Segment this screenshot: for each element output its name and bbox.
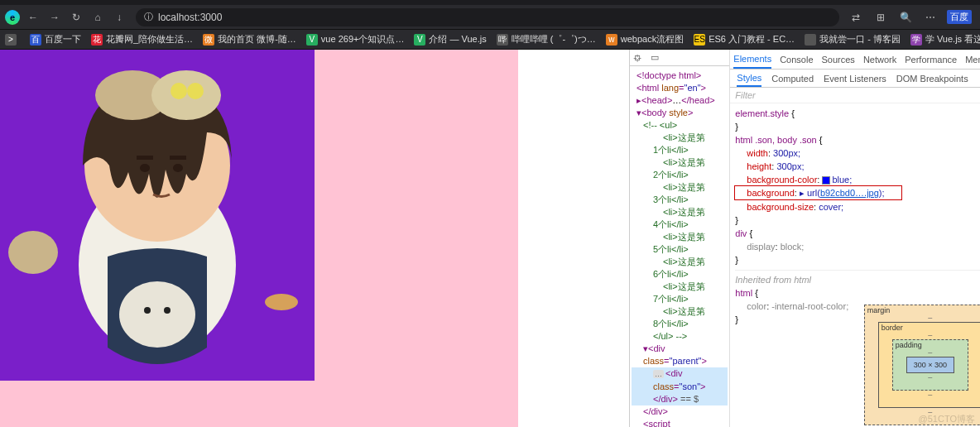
devtools-tab-network[interactable]: Network: [863, 55, 896, 65]
back-button[interactable]: ←: [25, 9, 41, 26]
devtools-styles-column: ElementsConsoleSourcesNetworkPerformance…: [730, 50, 980, 427]
extension-icon[interactable]: ⊞: [872, 9, 889, 26]
page-white-strip: [518, 50, 629, 427]
bookmark-icon: V: [306, 34, 318, 46]
url-text: localhost:3000: [158, 12, 222, 23]
svg-point-9: [171, 83, 187, 99]
svg-point-14: [8, 231, 58, 274]
svg-point-13: [164, 307, 171, 314]
bookmark-label: 我的首页 微博-随…: [218, 33, 296, 46]
bookmark-icon: [805, 34, 816, 46]
bookmark-item[interactable]: 百百度一下: [30, 33, 81, 46]
bookmark-icon: 微: [203, 34, 214, 46]
bookmark-item[interactable]: 我就尝一口 - 博客园: [805, 33, 901, 46]
box-model: margin– border– padding– 300 × 300 – – –: [864, 305, 980, 425]
bookmark-item[interactable]: >: [5, 34, 20, 46]
svg-point-10: [187, 83, 204, 99]
devtools-tab-row: ElementsConsoleSourcesNetworkPerformance…: [730, 50, 980, 70]
bookmark-item[interactable]: Vvue 269+个知识点…: [306, 33, 405, 46]
bookmark-label: ES6 入门教程 - EC…: [709, 33, 795, 46]
bookmark-icon: 学: [910, 34, 922, 46]
inspect-icon[interactable]: ⯐: [633, 53, 642, 63]
bookmark-icon: V: [414, 34, 425, 46]
svg-point-5: [140, 164, 150, 172]
son-div: [0, 50, 248, 298]
dom-tree[interactable]: <!doctype html><html lang="en">▸<head>…<…: [630, 66, 729, 427]
viewport: ⯐ ▭ <!doctype html><html lang="en">▸<hea…: [0, 50, 980, 427]
devtools-panel: ⯐ ▭ <!doctype html><html lang="en">▸<hea…: [629, 50, 980, 427]
svg-point-12: [144, 307, 151, 314]
bookmark-icon: 哔: [497, 34, 508, 46]
bookmark-label: vue 269+个知识点…: [321, 33, 405, 46]
illustration: [0, 50, 315, 381]
watermark: @51CTO博客: [919, 413, 975, 425]
bookmark-icon: w: [606, 34, 617, 46]
devtools-tab-performance[interactable]: Performance: [905, 55, 957, 65]
bookmark-label: 学 Vue.js 看这个就…: [925, 33, 980, 46]
box-model-content: 300 × 300: [906, 357, 954, 373]
svg-point-15: [265, 294, 298, 310]
forward-button[interactable]: →: [46, 9, 63, 26]
bookmark-item[interactable]: V介绍 — Vue.js: [414, 33, 486, 46]
toolbar: e ← → ↻ ⌂ ↓ ⓘ localhost:3000 ⇄ ⊞ 🔍 ⋯ 百度: [0, 5, 980, 30]
bookmark-label: 花瓣网_陪你做生活…: [106, 33, 193, 46]
bookmark-item[interactable]: 微我的首页 微博-随…: [203, 33, 296, 46]
zoom-icon[interactable]: 🔍: [897, 9, 914, 26]
bookmark-item[interactable]: 哔哔哩哔哩 (゜-゜)つ…: [497, 33, 596, 46]
bookmark-item[interactable]: 花花瓣网_陪你做生活…: [91, 33, 193, 46]
edge-logo-icon: e: [5, 10, 20, 25]
styles-filter[interactable]: Filter: [730, 88, 980, 103]
bookmark-icon: 百: [30, 34, 41, 46]
devtools-tab-console[interactable]: Console: [780, 55, 813, 65]
svg-rect-4: [170, 156, 186, 160]
styles-subtab-computed[interactable]: Computed: [771, 74, 814, 84]
bookmark-item[interactable]: 学学 Vue.js 看这个就…: [910, 33, 980, 46]
devtools-tab-elements[interactable]: Elements: [733, 54, 771, 69]
device-icon[interactable]: ▭: [651, 52, 659, 63]
svg-rect-3: [137, 156, 153, 160]
bookmark-label: 百度一下: [45, 33, 81, 46]
download-button[interactable]: ↓: [111, 9, 127, 26]
bookmark-label: 我就尝一口 - 博客园: [819, 33, 901, 46]
site-info-icon[interactable]: ⓘ: [144, 11, 153, 23]
address-bar[interactable]: ⓘ localhost:3000: [136, 8, 839, 26]
svg-point-6: [173, 164, 183, 172]
devtools-main-tabs: ⯐ ▭: [630, 50, 729, 66]
toolbar-right: ⇄ ⊞ 🔍 ⋯ 百度: [848, 9, 975, 26]
styles-subtab-dom-breakpoints[interactable]: DOM Breakpoints: [896, 74, 968, 84]
devtools-tab-memory[interactable]: Memory: [965, 55, 980, 65]
bookmark-icon: >: [5, 34, 17, 46]
devtools-elements-column: ⯐ ▭ <!doctype html><html lang="en">▸<hea…: [630, 50, 730, 427]
styles-subtab-styles[interactable]: Styles: [737, 73, 761, 87]
svg-point-8: [151, 70, 221, 120]
styles-subtab-row: StylesComputedEvent ListenersDOM Breakpo…: [730, 70, 980, 88]
translate-icon[interactable]: ⇄: [848, 9, 864, 26]
bookmark-label: 介绍 — Vue.js: [429, 33, 486, 46]
bookmark-item[interactable]: wwebpack流程图: [606, 33, 684, 46]
browser-chrome: e ← → ↻ ⌂ ↓ ⓘ localhost:3000 ⇄ ⊞ 🔍 ⋯ 百度 …: [0, 0, 980, 50]
devtools-tab-sources[interactable]: Sources: [822, 55, 855, 65]
baidu-search-box[interactable]: 百度: [947, 10, 972, 24]
bookmark-icon: ES: [694, 34, 705, 46]
svg-point-11: [119, 281, 195, 348]
rendered-page: [0, 50, 629, 427]
reload-button[interactable]: ↻: [68, 9, 84, 26]
bookmark-icon: 花: [91, 34, 103, 46]
styles-pane[interactable]: element.style {}html .son, body .son {wi…: [730, 103, 980, 329]
bookmarks-bar: >百百度一下花花瓣网_陪你做生活…微我的首页 微博-随…Vvue 269+个知识…: [0, 30, 980, 50]
home-button[interactable]: ⌂: [89, 9, 106, 26]
styles-subtab-event-listeners[interactable]: Event Listeners: [824, 74, 886, 84]
bookmark-label: webpack流程图: [621, 33, 684, 46]
bookmark-label: 哔哩哔哩 (゜-゜)つ…: [512, 33, 596, 46]
menu-icon[interactable]: ⋯: [922, 9, 939, 26]
bookmark-item[interactable]: ESES6 入门教程 - EC…: [694, 33, 795, 46]
